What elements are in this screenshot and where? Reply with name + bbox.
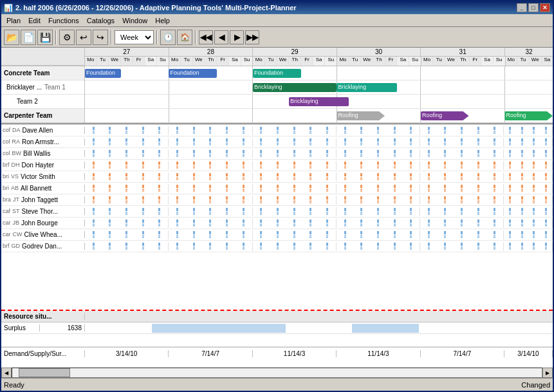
- day-header: Su: [409, 57, 421, 66]
- header-corner: [1, 48, 85, 66]
- minimize-button[interactable]: _: [517, 3, 527, 12]
- menu-bar: Plan Edit Functions Catalogs Window Help: [1, 14, 553, 27]
- resource-row-label: brfDHDon Hayter: [1, 162, 85, 169]
- toolbar-separator-2: [111, 30, 112, 44]
- week-numbers-row: 27 28 29 30 31 32: [85, 48, 553, 57]
- day-header: Th: [373, 57, 385, 66]
- day-header: Tu: [517, 57, 530, 66]
- menu-functions[interactable]: Functions: [44, 15, 83, 26]
- toolbar-separator-3: [156, 30, 158, 44]
- open-button[interactable]: 📂: [4, 30, 19, 45]
- resource-row: brfDHDon Hayter: [1, 160, 553, 171]
- scroll-track[interactable]: [12, 368, 542, 378]
- day-header: Sa: [397, 57, 409, 66]
- nav-first-button[interactable]: ◀◀: [199, 30, 213, 44]
- period-select[interactable]: Week Day Month: [115, 30, 154, 44]
- day-header: Sa: [481, 57, 494, 66]
- day-header: Th: [205, 57, 217, 66]
- resource-bar-area: [85, 183, 553, 194]
- resource-row: colRARon Armstr...: [1, 136, 553, 148]
- day-header: Tu: [433, 57, 445, 66]
- scroll-left-button[interactable]: ◀: [1, 368, 12, 378]
- window-title: 2. half 2006 (6/26/2006 - 12/26/2006) - …: [15, 4, 297, 12]
- gantt-rows-area: Concrete Team Bricklayer ... Team 1 Team…: [1, 66, 553, 123]
- nav-last-button[interactable]: ▶▶: [245, 30, 259, 44]
- close-button[interactable]: ✕: [540, 3, 550, 12]
- day-header: We: [530, 57, 542, 66]
- day-names-row: MoTuWeThFrSaSu MoTuWeThFrSaSu MoTuWeThFr…: [85, 57, 553, 66]
- resource-situation-panel: Resource situ... Surplus 1638 Demand/Sup…: [1, 310, 553, 368]
- resource-rows-area: cofDADave AllencolRARon Armstr...colBWBi…: [1, 125, 553, 252]
- maximize-button[interactable]: □: [528, 3, 539, 12]
- day-header: Mo: [85, 57, 97, 66]
- day-header: Th: [289, 57, 301, 66]
- day-header: We: [193, 57, 205, 66]
- app-icon: 📊: [4, 4, 13, 12]
- resource-row: carJBJohn Bourge: [1, 218, 553, 229]
- week-31: 31: [421, 48, 505, 56]
- new-button[interactable]: 📄: [21, 30, 36, 45]
- resource-row-label: colRARon Armstr...: [1, 138, 85, 145]
- undo-button[interactable]: ↩: [76, 30, 91, 45]
- demand-value-cell: 7/14/7: [421, 350, 504, 357]
- day-header: Mo: [253, 57, 265, 66]
- week-29: 29: [253, 48, 337, 56]
- roofing-bar-w30: Roofing: [337, 111, 385, 120]
- day-header: Tu: [97, 57, 109, 66]
- horizontal-scrollbar[interactable]: ◀ ▶: [1, 368, 553, 378]
- menu-plan[interactable]: Plan: [3, 15, 24, 26]
- day-header: Fr: [217, 57, 229, 66]
- nav-next-button[interactable]: ▶: [230, 30, 244, 44]
- resource-row: briVSVictor Smith: [1, 171, 553, 183]
- surplus-bar-segment: [352, 324, 419, 333]
- toolbar: 📂 📄 💾 ⚙ ↩ ↪ Week Day Month 🕐 🏠 ◀◀ ◀ ▶ ▶▶: [1, 27, 553, 48]
- menu-edit[interactable]: Edit: [24, 15, 44, 26]
- day-header: Fr: [133, 57, 145, 66]
- surplus-bar-segment: [152, 324, 286, 333]
- bricklayer-label: Bricklayer ... Team 1: [1, 80, 84, 95]
- week-28: 28: [169, 48, 254, 56]
- redo-button[interactable]: ↪: [93, 30, 108, 45]
- roofing-bar-w31: Roofing: [421, 111, 469, 120]
- bricklayer-parent: Bricklayer ...: [6, 84, 42, 91]
- day-header: Sa: [313, 57, 326, 66]
- menu-help[interactable]: Help: [151, 15, 174, 26]
- resource-row-label: briVSVictor Smith: [1, 173, 85, 180]
- day-header: Su: [157, 57, 169, 66]
- day-header: Fr: [385, 57, 398, 66]
- clock-icon: 🕐: [160, 30, 176, 45]
- resource-bar-area: [85, 194, 553, 206]
- resource-row: briABAll Bannett: [1, 183, 553, 194]
- nav-prev-button[interactable]: ◀: [214, 30, 228, 44]
- roofing-bar-w32: Roofing: [504, 111, 553, 120]
- day-header: Fr: [301, 57, 313, 66]
- menu-window[interactable]: Window: [118, 15, 151, 26]
- resource-row: braJTJohn Taggett: [1, 194, 553, 206]
- resource-rows-container[interactable]: cofDADave AllencolRARon Armstr...colBWBi…: [1, 125, 553, 310]
- resource-row-label: brfGDGodrev Dan...: [1, 243, 85, 250]
- resource-bar-area: [85, 206, 553, 218]
- scroll-thumb[interactable]: [19, 368, 70, 377]
- demand-value-cell: 7/14/7: [169, 350, 252, 357]
- title-bar-controls: _ □ ✕: [517, 3, 550, 12]
- settings-button[interactable]: ⚙: [59, 30, 75, 45]
- demand-values: 3/14/107/14/711/14/311/14/37/14/73/14/10: [85, 350, 553, 357]
- main-content: 27 28 29 30 31 32 MoTuWeThFrSaSu MoTuWeT…: [1, 48, 553, 378]
- gantt-header: 27 28 29 30 31 32 MoTuWeThFrSaSu MoTuWeT…: [1, 48, 553, 66]
- demand-value-cell: 3/14/10: [85, 350, 169, 357]
- resource-row-label: braJTJohn Taggett: [1, 196, 85, 203]
- day-header: Su: [241, 57, 254, 66]
- resource-bar-area: [85, 218, 553, 229]
- resource-bar-area: [85, 125, 553, 136]
- scroll-right-button[interactable]: ▶: [542, 368, 553, 378]
- resource-section: cofDADave AllencolRARon Armstr...colBWBi…: [1, 125, 553, 310]
- day-header: We: [277, 57, 290, 66]
- week-32: 32: [505, 48, 553, 56]
- save-button[interactable]: 💾: [37, 30, 53, 45]
- carpenter-team-label: Carpenter Team: [1, 109, 84, 123]
- menu-catalogs[interactable]: Catalogs: [83, 15, 118, 26]
- resource-bar-area: [85, 136, 553, 148]
- demand-value-cell: 11/14/3: [337, 350, 420, 357]
- day-header: Su: [325, 57, 337, 66]
- carpenter-team-row: Roofing Roofing Roofing: [85, 109, 553, 123]
